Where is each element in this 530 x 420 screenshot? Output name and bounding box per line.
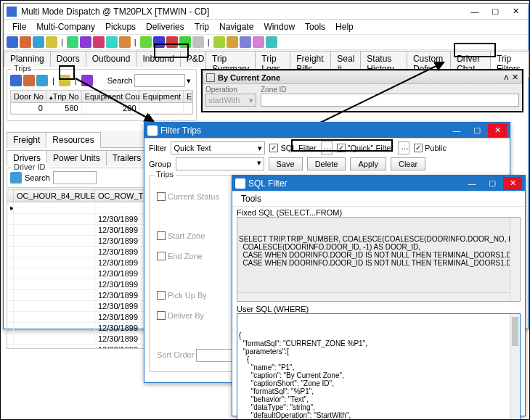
opt-end-zone[interactable]: End Zone [157,247,203,265]
sql-filter-menubar: Tools [232,192,525,207]
user-sql-scrollbar[interactable] [510,314,520,420]
opt-start-zone[interactable]: Start Zone [157,226,205,245]
filter-label: Filter [149,144,166,152]
filter-trips-maximize[interactable]: ▢ [468,124,486,137]
filter-trips-titlebar: Filter Trips — ▢ ✕ [144,123,510,139]
delete-button[interactable]: Delete [307,157,346,170]
apply-button[interactable]: Apply [350,157,386,170]
sql-filter-maximize[interactable]: ▢ [483,177,502,190]
sql-filter-icon [235,178,245,189]
sql-filter-titlebar: SQL Filter — ▢ ✕ [232,176,525,192]
fixed-sql-text[interactable]: SELECT TRIP.TRIP_NUMBER, COALESCE(COALES… [237,217,521,302]
fixed-sql-hscroll[interactable] [237,292,510,301]
save-button[interactable]: Save [269,157,303,170]
opt-pickup-by[interactable]: Pick Up By [157,286,207,305]
user-sql-label: User SQL (WHERE) [237,305,521,313]
user-sql-text[interactable]: { "formatSql": "CURRENT_ZONE %P1", "para… [237,313,521,420]
filter-trips-title: Filter Trips [158,125,447,136]
opt-deliver-by[interactable]: Deliver By [157,306,204,325]
callout-sql-quick-filter [291,139,393,152]
group-label: Group [149,160,171,168]
fixed-sql-label: Fixed SQL (SELECT...FROM) [237,208,521,217]
chevron-down-icon: ▾ [258,144,262,153]
quick-filter-edit-button[interactable]: … [398,141,409,155]
filter-combo[interactable]: Quick Text▾ [171,141,265,155]
opt-current-status[interactable]: Current Status [157,187,219,206]
filter-trips-minimize[interactable]: — [447,124,466,137]
filter-trips-close[interactable]: ✕ [488,124,507,137]
sql-filter-close[interactable]: ✕ [503,177,522,190]
public-checkbox[interactable]: ✓Public [414,144,447,152]
sql-filter-title: SQL Filter [245,178,462,189]
fixed-sql-scrollbar[interactable] [510,218,520,301]
filter-trips-icon [147,125,158,136]
svg-line-0 [76,78,153,121]
group-combo[interactable]: ▾ [176,157,264,170]
clear-button[interactable]: Clear [391,157,425,170]
menu-tools[interactable]: Tools [237,193,266,205]
sql-filter-window: SQL Filter — ▢ ✕ Tools Fixed SQL (SELECT… [232,175,526,416]
sql-filter-minimize[interactable]: — [462,177,481,190]
